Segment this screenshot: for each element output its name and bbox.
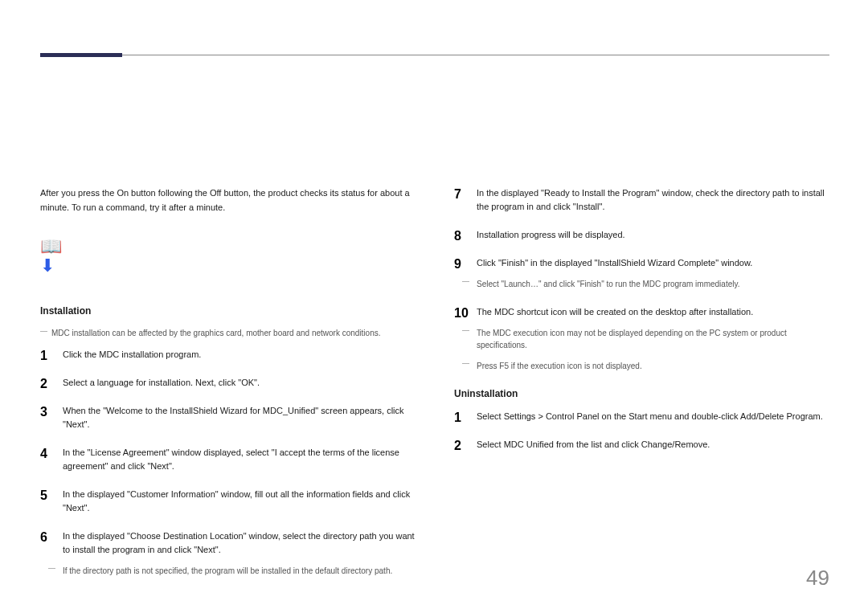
book-icon: 📖 (40, 236, 62, 256)
step-10: The MDC shortcut icon will be created on… (454, 305, 829, 373)
uninstall-heading: Uninstallation (454, 386, 829, 402)
step-9-text: Click "Finish" in the displayed "Install… (477, 258, 752, 268)
step-4: In the "License Agreement" window displa… (40, 446, 416, 473)
install-steps-left: Click the MDC installation program. Sele… (40, 348, 416, 578)
intro-text: After you press the On button following … (40, 186, 416, 215)
step-5: In the displayed "Customer Information" … (40, 488, 416, 515)
default-dir-note: If the directory path is not specified, … (63, 565, 416, 578)
step-2: Select a language for installation. Next… (40, 376, 416, 390)
icon-not-shown-note: The MDC execution icon may not be displa… (477, 327, 829, 352)
step-6: In the displayed "Choose Destination Loc… (40, 529, 416, 578)
header-accent-bar (40, 53, 122, 57)
header-rule (40, 55, 829, 55)
uninstall-steps: Select Settings > Control Panel on the S… (454, 410, 829, 452)
step-10-text: The MDC shortcut icon will be created on… (477, 307, 753, 317)
step-7: In the displayed "Ready to Install the P… (454, 186, 829, 214)
uninstall-step-2: Select MDC Unified from the list and cli… (454, 438, 829, 452)
install-heading: Installation (40, 304, 416, 319)
press-f5-note: Press F5 if the execution icon is not di… (477, 360, 829, 373)
uninstall-step-1: Select Settings > Control Panel on the S… (454, 410, 829, 423)
install-note: MDC installation can be affected by the … (51, 327, 416, 340)
install-steps-right: In the displayed "Ready to Install the P… (454, 186, 829, 372)
step-9: Click "Finish" in the displayed "Install… (454, 256, 829, 291)
page-content: After you press the On button following … (40, 186, 829, 592)
step-3: When the "Welcome to the InstallShield W… (40, 404, 416, 431)
right-column: In the displayed "Ready to Install the P… (454, 186, 829, 592)
download-icon: ⬇ (40, 255, 55, 276)
left-column: After you press the On button following … (40, 186, 416, 592)
launch-now-note: Select "Launch…" and click "Finish" to r… (477, 278, 829, 291)
step-6-text: In the displayed "Choose Destination Loc… (63, 531, 415, 554)
step-1: Click the MDC installation program. (40, 348, 416, 362)
step-8: Installation progress will be displayed. (454, 228, 829, 242)
page-number: 49 (806, 566, 829, 591)
section-icon-group: 📖 ⬇ (40, 237, 416, 276)
